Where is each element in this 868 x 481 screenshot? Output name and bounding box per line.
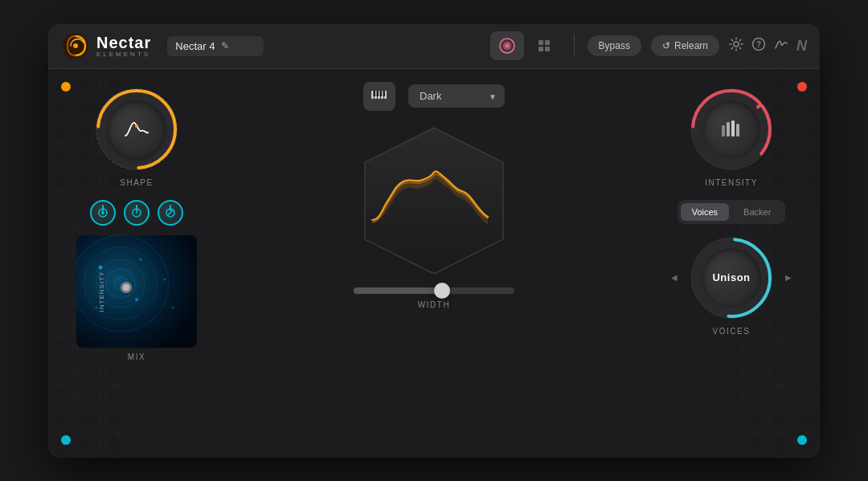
- logo-area: Nectar ELEMENTS: [61, 31, 151, 60]
- settings-icon[interactable]: [729, 37, 743, 55]
- top-right-icons: ? N: [729, 37, 807, 55]
- style-dropdown[interactable]: Dark Bright Warm Airy Dense: [408, 84, 505, 108]
- svg-rect-49: [377, 91, 379, 96]
- svg-point-35: [99, 265, 103, 269]
- relearn-label: Relearn: [674, 40, 708, 51]
- tab-icons: [490, 31, 561, 60]
- svg-rect-6: [545, 40, 550, 45]
- voices-toggle-button[interactable]: Voices: [681, 203, 729, 221]
- svg-point-4: [506, 44, 509, 47]
- voices-label: VOICES: [713, 327, 751, 336]
- right-panel: INTENSITY Voices Backer ◀ Unison: [643, 69, 820, 458]
- plugin-window: Nectar ELEMENTS Nectar 4 ✎: [48, 24, 820, 458]
- mix-label: Mix: [128, 353, 145, 361]
- width-section: WIDTH: [241, 287, 627, 309]
- tab-main[interactable]: [490, 31, 524, 60]
- hex-display: [346, 120, 522, 281]
- brand-n-icon: N: [796, 38, 807, 55]
- voices-next-arrow[interactable]: ▶: [785, 273, 792, 282]
- tab-grid[interactable]: [527, 31, 561, 60]
- intensity-label: INTENSITY: [705, 178, 758, 187]
- signal-icon[interactable]: [774, 37, 788, 55]
- shape-knob-inner[interactable]: [108, 100, 166, 158]
- width-label: WIDTH: [418, 300, 450, 309]
- intensity-knob-outer[interactable]: [687, 85, 776, 173]
- svg-point-40: [172, 306, 174, 308]
- logo-text: Nectar ELEMENTS: [96, 35, 151, 58]
- grid-tab-icon: [535, 37, 553, 55]
- nectar-logo-icon: [61, 31, 90, 60]
- mix-pad-visualization: [76, 235, 197, 348]
- svg-point-1: [73, 43, 78, 48]
- voices-nav: ◀ Unison ▶: [671, 234, 792, 322]
- piano-icon-button[interactable]: [363, 82, 395, 111]
- logo-nectar-label: Nectar: [96, 35, 151, 51]
- svg-rect-59: [731, 120, 735, 137]
- svg-point-23: [135, 124, 138, 128]
- unison-knob-inner[interactable]: Unison: [702, 248, 761, 308]
- logo-elements-label: ELEMENTS: [96, 51, 151, 58]
- voices-prev-arrow[interactable]: ◀: [671, 273, 678, 282]
- width-slider-thumb[interactable]: [434, 283, 450, 299]
- shape-knob-outer[interactable]: [92, 85, 181, 173]
- main-tab-icon: [498, 37, 516, 55]
- relearn-button[interactable]: ↺ Relearn: [651, 35, 719, 56]
- relearn-icon: ↺: [662, 40, 670, 51]
- help-icon[interactable]: ?: [751, 37, 766, 55]
- shape-label: SHAPE: [120, 178, 153, 187]
- svg-point-25: [101, 211, 104, 214]
- hex-display-svg: [346, 116, 522, 285]
- svg-rect-60: [736, 124, 739, 137]
- mini-knob-3-icon: [165, 207, 176, 218]
- svg-rect-8: [545, 47, 550, 51]
- svg-point-38: [135, 298, 138, 301]
- style-dropdown-wrapper[interactable]: Dark Bright Warm Airy Dense ▼: [408, 84, 505, 108]
- svg-text:?: ?: [756, 40, 761, 49]
- center-panel: Dark Bright Warm Airy Dense ▼: [225, 69, 643, 458]
- shape-knob-container: SHAPE: [92, 85, 181, 187]
- svg-rect-58: [727, 122, 730, 137]
- svg-rect-5: [538, 40, 543, 45]
- mini-knob-2-icon: [131, 207, 142, 218]
- svg-point-36: [140, 258, 142, 260]
- intensity-knob-container: INTENSITY: [687, 85, 776, 187]
- left-panel: SHAPE: [48, 69, 225, 458]
- svg-line-28: [168, 210, 173, 215]
- backer-toggle-button[interactable]: Backer: [732, 203, 782, 221]
- svg-rect-50: [380, 91, 383, 96]
- mix-pad[interactable]: Intensity: [76, 235, 197, 348]
- mini-knobs-row: [90, 200, 183, 226]
- top-bar: Nectar ELEMENTS Nectar 4 ✎: [48, 24, 820, 69]
- preset-name-area[interactable]: Nectar 4 ✎: [167, 36, 264, 56]
- preset-edit-icon[interactable]: ✎: [221, 40, 229, 51]
- svg-rect-29: [76, 235, 197, 348]
- svg-point-37: [164, 278, 166, 280]
- width-slider-fill: [354, 287, 442, 294]
- svg-rect-51: [383, 91, 386, 96]
- preset-name-label: Nectar 4: [175, 40, 215, 52]
- width-slider[interactable]: [354, 287, 514, 294]
- intensity-knob-inner[interactable]: [702, 100, 760, 158]
- unison-knob-outer[interactable]: Unison: [687, 234, 776, 322]
- svg-rect-57: [722, 125, 725, 137]
- unison-label: Unison: [712, 271, 750, 283]
- mix-pad-intensity-label: Intensity: [98, 271, 105, 312]
- svg-point-42: [123, 284, 129, 291]
- mini-knob-1[interactable]: [90, 200, 116, 226]
- shape-curve-icon: [122, 118, 151, 141]
- voices-backer-toggle: Voices Backer: [678, 200, 786, 224]
- bypass-button[interactable]: Bypass: [588, 35, 641, 56]
- svg-rect-7: [538, 47, 543, 51]
- svg-rect-48: [374, 91, 376, 96]
- style-row: Dark Bright Warm Airy Dense ▼: [363, 82, 505, 111]
- mini-knob-2[interactable]: [124, 200, 149, 226]
- divider-1: [574, 35, 575, 57]
- main-content: SHAPE: [48, 69, 820, 458]
- mini-knob-3[interactable]: [158, 200, 183, 226]
- intensity-bars-icon: [719, 117, 744, 141]
- svg-point-9: [734, 42, 739, 47]
- svg-marker-53: [365, 128, 503, 274]
- mini-knob-1-icon: [97, 207, 108, 218]
- piano-icon: [371, 89, 388, 104]
